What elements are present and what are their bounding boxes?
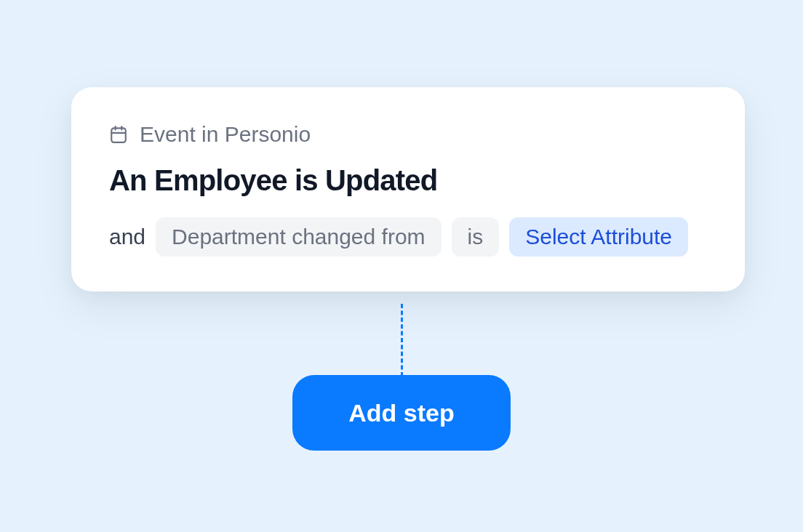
- event-title: An Employee is Updated: [109, 164, 707, 197]
- condition-row: and Department changed from is Select At…: [109, 217, 707, 257]
- condition-prefix: and: [109, 225, 145, 249]
- add-step-button[interactable]: Add step: [292, 375, 511, 451]
- calendar-icon: [109, 125, 128, 144]
- header-label: Event in Personio: [140, 122, 311, 147]
- attribute-pill[interactable]: Department changed from: [156, 217, 442, 257]
- connector-line: [401, 304, 403, 376]
- svg-rect-0: [111, 128, 126, 142]
- event-card: Event in Personio An Employee is Updated…: [71, 87, 745, 291]
- value-pill[interactable]: Select Attribute: [509, 217, 688, 257]
- card-header: Event in Personio: [109, 122, 707, 147]
- operator-pill[interactable]: is: [452, 217, 500, 257]
